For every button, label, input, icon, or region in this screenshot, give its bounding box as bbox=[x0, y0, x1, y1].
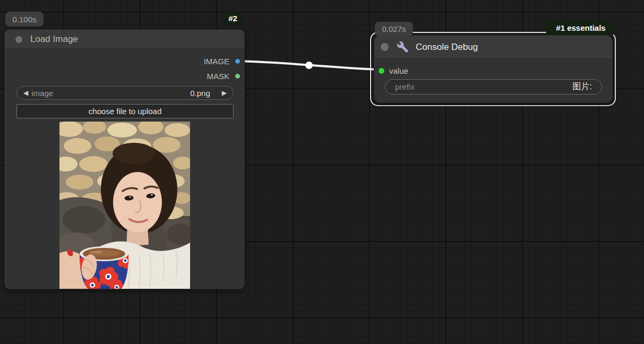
output-slots: IMAGE MASK bbox=[5, 49, 244, 83]
node-status-dot[interactable] bbox=[381, 43, 389, 51]
console-debug-id-badge: #1 essentials bbox=[546, 20, 616, 35]
output-row-mask: MASK bbox=[5, 68, 244, 83]
preview-photo bbox=[59, 122, 190, 289]
wire-reroute-dot[interactable] bbox=[305, 62, 313, 69]
load-image-header[interactable]: Load Image bbox=[5, 30, 244, 49]
combo-right-arrow-icon[interactable]: ▶ bbox=[222, 90, 227, 96]
console-debug-time-badge: 0.027s bbox=[375, 22, 413, 36]
load-image-time-badge: 0.100s bbox=[5, 12, 44, 27]
combo-label: image bbox=[31, 89, 53, 98]
combo-left-arrow-icon[interactable]: ◀ bbox=[23, 90, 28, 96]
prefix-input[interactable]: prefix 图片: bbox=[385, 79, 602, 94]
image-output-slot[interactable] bbox=[235, 58, 241, 64]
image-to-value-wire[interactable] bbox=[238, 61, 379, 70]
wrench-icon bbox=[397, 41, 409, 53]
node-title: Load Image bbox=[30, 34, 78, 45]
load-image-id-badge: #2 bbox=[223, 11, 243, 25]
output-row-image: IMAGE bbox=[5, 54, 244, 68]
console-debug-node[interactable]: Console Debug value prefix 图片: bbox=[374, 35, 613, 103]
image-output-label: IMAGE bbox=[204, 57, 229, 66]
mask-output-slot[interactable] bbox=[235, 73, 241, 79]
node-title: Console Debug bbox=[416, 42, 478, 53]
console-debug-header[interactable]: Console Debug bbox=[374, 36, 612, 59]
prefix-input-value: 图片: bbox=[573, 81, 592, 92]
image-preview bbox=[59, 122, 190, 289]
node-status-dot[interactable] bbox=[15, 36, 22, 43]
value-input-slot[interactable] bbox=[378, 67, 385, 74]
load-image-node[interactable]: Load Image IMAGE MASK ◀ image 0.png ▶ ch… bbox=[4, 29, 245, 289]
choose-file-button[interactable]: choose file to upload bbox=[16, 104, 234, 118]
mask-output-label: MASK bbox=[207, 72, 229, 81]
value-input-row: value bbox=[378, 66, 408, 75]
value-input-label: value bbox=[389, 66, 408, 75]
combo-value: 0.png bbox=[190, 89, 210, 98]
node-editor-canvas[interactable]: Load Image IMAGE MASK ◀ image 0.png ▶ ch… bbox=[0, 0, 644, 344]
image-combo-widget[interactable]: ◀ image 0.png ▶ bbox=[16, 86, 234, 100]
prefix-input-name: prefix bbox=[395, 82, 415, 91]
